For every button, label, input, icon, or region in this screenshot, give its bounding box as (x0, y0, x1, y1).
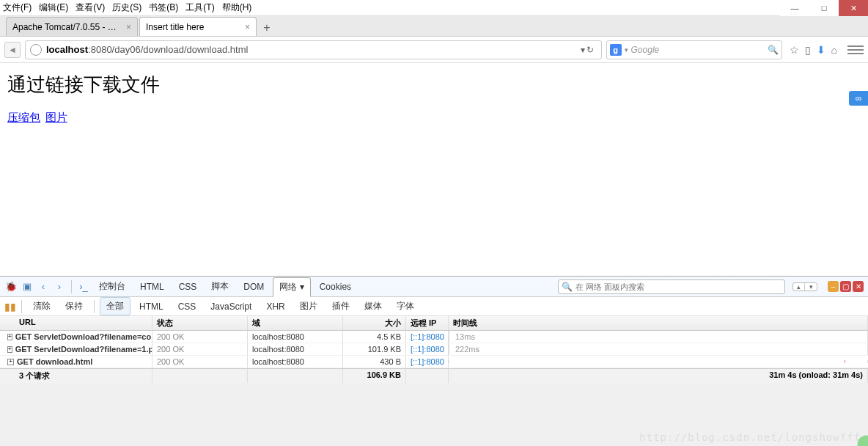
footer-size: 106.9 KB (343, 369, 406, 383)
close-devtools-button[interactable]: ✕ (853, 281, 864, 292)
home-icon[interactable]: ⌂ (831, 44, 837, 56)
minimize-devtools-button[interactable]: – (828, 281, 839, 292)
back-button[interactable]: ◄ (4, 42, 21, 58)
bookmark-star-icon[interactable]: ☆ (790, 44, 799, 56)
request-status: 200 OK (152, 331, 248, 343)
page-content: 通过链接下载文件 压缩包 图片 ∞ (0, 63, 868, 276)
expand-icon[interactable]: + (7, 334, 12, 340)
filter-html[interactable]: HTML (133, 299, 169, 314)
col-domain[interactable]: 域 (248, 316, 343, 330)
search-icon[interactable]: 🔍 (768, 45, 779, 55)
table-row[interactable]: +GET ServletDownload?filename=1.pn 200 O… (0, 343, 868, 356)
tab-css[interactable]: CSS (173, 279, 203, 295)
menu-file[interactable]: 文件(F) (3, 1, 32, 14)
toolbar-icons: ☆ ▯ ⬇ ⌂ (787, 44, 840, 56)
console-icon[interactable]: ›_ (77, 280, 90, 293)
search-nav[interactable]: ▴▾ (792, 282, 817, 291)
nav-next-icon[interactable]: › (53, 280, 66, 293)
window-controls: — □ ✕ (780, 0, 868, 16)
request-ip: [::1]:8080 (406, 343, 449, 355)
dropdown-icon[interactable]: ▾ (581, 45, 585, 55)
btn-keep[interactable]: 保持 (59, 298, 89, 315)
firebug-icon[interactable]: 🐞 (4, 280, 18, 293)
tab-cookies[interactable]: Cookies (314, 279, 357, 295)
globe-icon (30, 44, 42, 56)
menu-view[interactable]: 查看(V) (76, 1, 105, 14)
table-footer: 3 个请求 106.9 KB 31m 4s (onload: 31m 4s) (0, 368, 868, 383)
btn-clear[interactable]: 清除 (27, 298, 56, 315)
pause-icon[interactable]: ▮▮ (4, 301, 16, 312)
menu-edit[interactable]: 编辑(E) (39, 1, 68, 14)
inspect-icon[interactable]: ▣ (21, 280, 34, 293)
filter-media[interactable]: 媒体 (358, 298, 388, 315)
expand-icon[interactable]: + (7, 359, 14, 365)
filter-all[interactable]: 全部 (100, 297, 130, 315)
net-subtoolbar: ▮▮ 清除 保持 全部 HTML CSS JavaScript XHR 图片 插… (0, 297, 868, 316)
hamburger-menu-icon[interactable] (847, 42, 864, 58)
request-time: 5ms (449, 360, 868, 363)
request-time: 13ms (449, 331, 868, 343)
filter-xhr[interactable]: XHR (260, 299, 290, 314)
side-share-icon[interactable]: ∞ (849, 91, 868, 106)
close-icon[interactable]: × (126, 22, 131, 32)
browser-tab-0[interactable]: Apache Tomcat/7.0.55 - Erro... × (6, 17, 138, 36)
window-maximize[interactable]: □ (809, 0, 839, 16)
window-close[interactable]: ✕ (839, 0, 868, 16)
link-archive[interactable]: 压缩包 (7, 112, 40, 123)
browser-tab-1[interactable]: Insert title here × (139, 17, 257, 36)
devtools-panel: 🐞 ▣ ‹ › ›_ 控制台 HTML CSS 脚本 DOM 网络 ▾ Cook… (0, 276, 868, 383)
watermark: http://blog.csdn.net/longshowfff (639, 431, 861, 443)
tab-html[interactable]: HTML (134, 279, 170, 295)
clipboard-icon[interactable]: ▯ (805, 44, 811, 56)
link-image[interactable]: 图片 (45, 112, 67, 123)
request-url: GET download.html (17, 357, 92, 366)
menu-tools[interactable]: 工具(T) (185, 1, 214, 14)
close-icon[interactable]: × (245, 22, 250, 32)
menu-bookmarks[interactable]: 书签(B) (149, 1, 178, 14)
search-dropdown-icon[interactable]: ▾ (625, 46, 628, 54)
new-tab-button[interactable]: + (258, 20, 276, 36)
devtools-search[interactable]: 🔍 (558, 279, 785, 294)
request-ip: [::1]:8080 (406, 356, 449, 368)
search-icon: 🔍 (562, 282, 573, 292)
devtools-search-input[interactable] (575, 282, 781, 291)
request-size: 430 B (343, 356, 406, 368)
google-icon: g (610, 44, 622, 56)
menu-history[interactable]: 历史(S) (112, 1, 141, 14)
col-ip[interactable]: 远程 IP (406, 316, 449, 330)
table-row[interactable]: +GET download.html 200 OK localhost:8080… (0, 356, 868, 368)
download-icon[interactable]: ⬇ (817, 44, 825, 56)
col-status[interactable]: 状态 (152, 316, 248, 330)
request-size: 4.5 KB (343, 331, 406, 343)
search-box[interactable]: g ▾ Google 🔍 (606, 40, 782, 59)
footer-count: 3 个请求 (0, 369, 152, 383)
nav-prev-icon[interactable]: ‹ (37, 280, 50, 293)
request-url: GET ServletDownload?filename=1.pn (15, 345, 152, 354)
filter-css[interactable]: CSS (172, 299, 202, 314)
expand-icon[interactable]: + (7, 346, 12, 353)
menu-help[interactable]: 帮助(H) (222, 1, 252, 14)
col-size[interactable]: 大小 (343, 316, 406, 330)
tab-console[interactable]: 控制台 (93, 277, 131, 296)
address-bar[interactable]: localhost:8080/day06/download/download.h… (25, 40, 602, 59)
filter-img[interactable]: 图片 (294, 298, 323, 315)
request-status: 200 OK (152, 356, 248, 368)
tab-dom[interactable]: DOM (238, 279, 270, 295)
request-status: 200 OK (152, 343, 248, 355)
col-url[interactable]: URL (0, 316, 152, 330)
filter-js[interactable]: JavaScript (205, 299, 257, 314)
request-domain: localhost:8080 (248, 331, 343, 343)
window-minimize[interactable]: — (780, 0, 809, 16)
tab-title: Apache Tomcat/7.0.55 - Erro... (12, 22, 122, 32)
tab-script[interactable]: 脚本 (205, 277, 235, 296)
reload-icon[interactable]: ↻ (586, 45, 594, 55)
col-timeline[interactable]: 时间线 (449, 316, 868, 330)
page-heading: 通过链接下载文件 (7, 72, 861, 98)
table-row[interactable]: +GET ServletDownload?filename=cors 200 O… (0, 331, 868, 343)
request-url: GET ServletDownload?filename=cors (15, 332, 152, 341)
devtools-toolbar: 🐞 ▣ ‹ › ›_ 控制台 HTML CSS 脚本 DOM 网络 ▾ Cook… (0, 277, 868, 297)
tab-net[interactable]: 网络 ▾ (273, 277, 310, 297)
filter-plugin[interactable]: 插件 (326, 298, 356, 315)
filter-font[interactable]: 字体 (391, 298, 420, 315)
popout-devtools-button[interactable]: ▢ (840, 281, 851, 292)
